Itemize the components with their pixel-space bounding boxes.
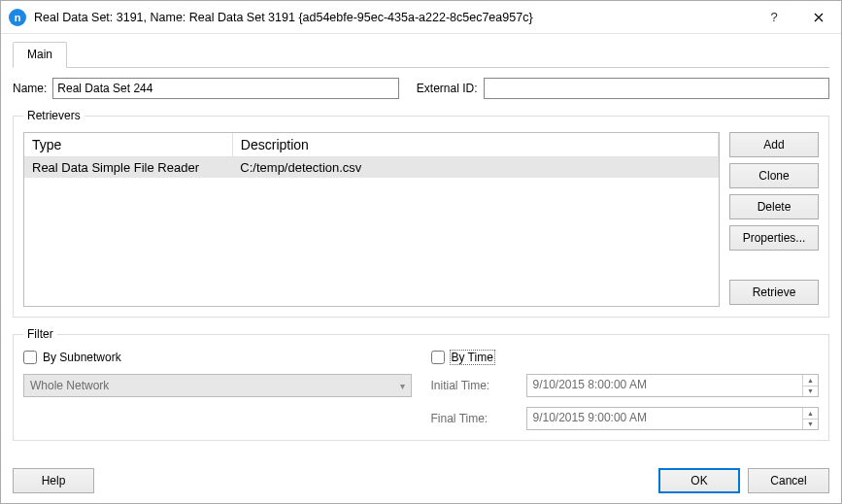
spacer — [729, 256, 819, 274]
cancel-button[interactable]: Cancel — [748, 468, 829, 493]
cell-description: C:/temp/detection.csv — [232, 157, 718, 179]
properties-button[interactable]: Properties... — [729, 225, 819, 251]
name-label: Name: — [13, 82, 47, 95]
by-time-label: By Time — [451, 351, 494, 364]
close-button[interactable] — [796, 1, 841, 34]
spin-up-icon[interactable]: ▲ — [803, 375, 818, 386]
dialog-footer: Help OK Cancel — [1, 462, 841, 503]
spin-up-icon[interactable]: ▲ — [803, 408, 818, 420]
name-input[interactable] — [52, 78, 398, 99]
initial-time-value: 9/10/2015 8:00:00 AM — [527, 375, 803, 396]
dialog-window: n Real Data Set: 3191, Name: Real Data S… — [0, 0, 842, 504]
initial-time-label: Initial Time: — [431, 379, 519, 392]
final-time-input[interactable]: 9/10/2015 9:00:00 AM ▲ ▼ — [526, 407, 820, 430]
window-title: Real Data Set: 3191, Name: Real Data Set… — [34, 11, 752, 24]
by-subnetwork-label: By Subnetwork — [43, 351, 121, 364]
ok-button[interactable]: OK — [658, 468, 740, 493]
by-subnetwork-checkbox[interactable] — [23, 351, 37, 364]
tab-main[interactable]: Main — [13, 42, 67, 68]
spin-down-icon[interactable]: ▼ — [803, 420, 818, 430]
filter-subnetwork-col: By Subnetwork Whole Network ▾ — [23, 351, 412, 430]
app-icon: n — [9, 9, 26, 26]
clone-button[interactable]: Clone — [729, 163, 819, 188]
subnetwork-combo[interactable]: Whole Network ▾ — [23, 374, 412, 397]
table-row[interactable]: Real Data Simple File Reader C:/temp/det… — [24, 157, 719, 179]
filter-legend: Filter — [23, 327, 57, 341]
initial-time-input[interactable]: 9/10/2015 8:00:00 AM ▲ ▼ — [526, 374, 820, 397]
titlebar: n Real Data Set: 3191, Name: Real Data S… — [1, 1, 841, 34]
retrieve-button[interactable]: Retrieve — [729, 280, 819, 305]
name-row: Name: External ID: — [13, 78, 829, 99]
close-icon — [814, 13, 824, 22]
final-time-value: 9/10/2015 9:00:00 AM — [527, 408, 803, 429]
final-time-label: Final Time: — [431, 412, 519, 425]
retrievers-group: Retrievers Type Description Real Data Si… — [13, 109, 829, 318]
retrievers-table-wrap[interactable]: Type Description Real Data Simple File R… — [23, 132, 720, 307]
chevron-down-icon: ▾ — [400, 381, 405, 391]
delete-button[interactable]: Delete — [729, 194, 819, 219]
by-time-checkbox[interactable] — [431, 351, 445, 364]
add-button[interactable]: Add — [729, 132, 819, 157]
initial-time-spinner[interactable]: ▲ ▼ — [802, 375, 818, 396]
filter-group: Filter By Subnetwork Whole Network ▾ — [13, 327, 829, 441]
help-button-footer[interactable]: Help — [13, 468, 94, 493]
retrievers-table: Type Description Real Data Simple File R… — [24, 133, 719, 178]
retrievers-buttons: Add Clone Delete Properties... Retrieve — [729, 132, 819, 307]
external-id-label: External ID: — [417, 82, 478, 95]
filter-time-col: By Time Initial Time: 9/10/2015 8:00:00 … — [431, 351, 820, 430]
tab-bar: Main — [13, 42, 829, 68]
retrievers-legend: Retrievers — [23, 109, 84, 122]
col-type[interactable]: Type — [24, 133, 232, 157]
subnetwork-value: Whole Network — [30, 379, 109, 392]
final-time-spinner[interactable]: ▲ ▼ — [802, 408, 818, 429]
external-id-input[interactable] — [484, 78, 829, 99]
spin-down-icon[interactable]: ▼ — [803, 386, 818, 397]
cell-type: Real Data Simple File Reader — [24, 157, 232, 179]
help-button[interactable]: ? — [752, 1, 796, 34]
question-icon: ? — [770, 10, 777, 24]
col-description[interactable]: Description — [232, 133, 718, 157]
